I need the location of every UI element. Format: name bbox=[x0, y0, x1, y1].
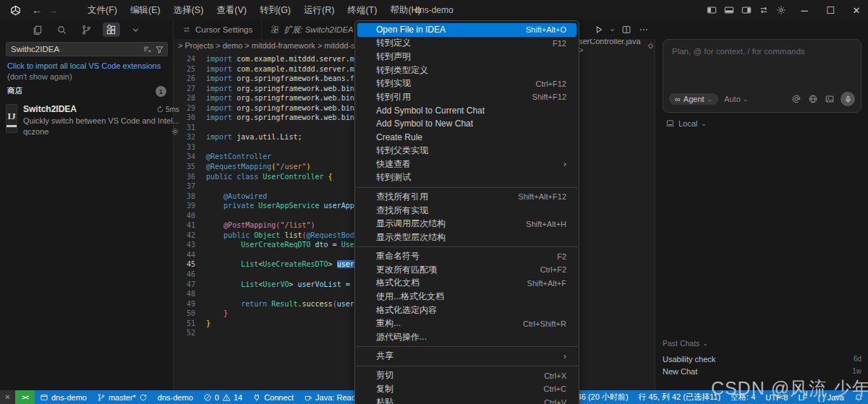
menubar-item-1[interactable]: 编辑(E) bbox=[124, 1, 167, 20]
statusbar-left-item-4[interactable]: Connect bbox=[247, 390, 299, 404]
menu-separator bbox=[356, 246, 578, 247]
context-menu-item-22[interactable]: 格式化选定内容 bbox=[357, 304, 576, 317]
extension-publisher: qczone bbox=[23, 127, 48, 136]
maximize-button[interactable]: ☐ bbox=[819, 0, 842, 20]
line-number: 40 bbox=[174, 211, 195, 221]
past-chat-item-0[interactable]: Usability check6d bbox=[663, 353, 861, 365]
menu-bar: 文件(F)编辑(E)选择(S)查看(V)转到(G)运行(R)终端(T)帮助(H) bbox=[81, 1, 427, 20]
editor-tab-0[interactable]: Cursor Settings bbox=[174, 20, 262, 39]
past-chats-header[interactable]: Past Chats ⌄ bbox=[663, 339, 861, 348]
context-menu-item-30[interactable]: 粘贴Ctrl+V bbox=[357, 395, 576, 404]
more-views-chevron-icon[interactable] bbox=[127, 22, 145, 37]
error-icon bbox=[203, 393, 212, 402]
search-value: Swithc2IDEA bbox=[11, 45, 59, 53]
context-menu-item-20[interactable]: 格式化文档Shift+Alt+F bbox=[357, 277, 576, 291]
close-button[interactable]: ✕ bbox=[845, 0, 868, 20]
menubar-item-3[interactable]: 查看(V) bbox=[210, 1, 253, 20]
statusbar-left-item-2[interactable]: dns-demo bbox=[153, 390, 198, 404]
back-arrow-icon[interactable]: ← bbox=[29, 4, 45, 16]
attach-image-icon[interactable] bbox=[824, 94, 835, 105]
context-menu-item-8[interactable]: Create Rule bbox=[357, 131, 576, 145]
clear-search-results-icon[interactable] bbox=[142, 45, 152, 54]
context-menu-item-4[interactable]: 转到实现Ctrl+F12 bbox=[357, 77, 576, 90]
window-title: dns-demo bbox=[414, 5, 453, 15]
ext-tab-icon bbox=[271, 25, 279, 34]
context-menu-item-5[interactable]: 转到引用Shift+F12 bbox=[357, 90, 576, 104]
minimize-button[interactable]: ─ bbox=[793, 0, 816, 20]
context-menu-item-16[interactable]: 显示类型层次结构 bbox=[357, 231, 576, 244]
import-extensions-link[interactable]: Click to import all local VS Code extens… bbox=[7, 61, 161, 70]
toggle-panel-left-icon[interactable] bbox=[704, 2, 720, 18]
context-menu-item-23[interactable]: 重构...Ctrl+Shift+R bbox=[357, 317, 576, 330]
split-editor-icon[interactable] bbox=[619, 22, 634, 37]
statusbar-left-item-3[interactable]: 014 bbox=[198, 390, 247, 404]
context-menu-item-3[interactable]: 转到类型定义 bbox=[357, 64, 576, 77]
context-menu-item-1[interactable]: 转到定义F12 bbox=[357, 37, 576, 51]
mention-at-icon[interactable] bbox=[791, 94, 801, 105]
extensions-search-input[interactable]: Swithc2IDEA bbox=[6, 42, 168, 56]
branch-icon bbox=[97, 393, 106, 402]
import-note-suffix: (don't show again) bbox=[7, 72, 72, 81]
context-menu-item-6[interactable]: Add Symbol to Current Chat bbox=[357, 104, 576, 118]
editor-context-menu: Open File in IDEAShift+Alt+O转到定义F12转到声明转… bbox=[354, 20, 579, 404]
context-menu-item-19[interactable]: 更改所有匹配项Ctrl+F2 bbox=[357, 263, 576, 277]
context-menu-item-2[interactable]: 转到声明 bbox=[357, 50, 576, 64]
model-selector[interactable]: Auto ⌄ bbox=[724, 95, 748, 103]
menubar-item-6[interactable]: 终端(T) bbox=[341, 1, 383, 20]
context-menu-item-11[interactable]: 转到测试 bbox=[357, 171, 576, 185]
context-menu-item-24[interactable]: 源代码操作... bbox=[357, 330, 576, 344]
more-actions-icon[interactable] bbox=[637, 22, 651, 37]
layout-swap-icon[interactable] bbox=[756, 2, 772, 18]
run-file-icon[interactable] bbox=[592, 22, 606, 37]
context-menu-item-10[interactable]: 快速查看› bbox=[357, 158, 576, 171]
statusbar-left-item-1[interactable]: master* bbox=[92, 390, 153, 404]
application-window: ← → 文件(F)编辑(E)选择(S)查看(V)转到(G)运行(R)终端(T)帮… bbox=[0, 0, 868, 404]
extensions-icon[interactable] bbox=[103, 22, 120, 37]
import-extensions-note: Click to import all local VS Code extens… bbox=[7, 61, 168, 82]
context-menu-item-28[interactable]: 剪切Ctrl+X bbox=[357, 369, 576, 382]
menubar-item-4[interactable]: 转到(G) bbox=[253, 1, 297, 20]
sync-icon bbox=[139, 393, 148, 402]
run-options-chevron-icon[interactable] bbox=[609, 23, 616, 36]
menubar-item-2[interactable]: 选择(S) bbox=[167, 1, 210, 20]
coffee-icon bbox=[304, 393, 312, 402]
context-menu-item-29[interactable]: 复制Ctrl+C bbox=[357, 382, 576, 396]
search-icon[interactable] bbox=[54, 22, 71, 37]
context-menu-item-13[interactable]: 查找所有引用Shift+Alt+F12 bbox=[357, 190, 576, 204]
context-menu-item-26[interactable]: 共享› bbox=[357, 350, 576, 364]
menubar-item-0[interactable]: 文件(F) bbox=[81, 1, 124, 20]
past-chat-item-1[interactable]: New Chat1w bbox=[663, 365, 861, 377]
remote-indicator[interactable]: >< bbox=[15, 390, 35, 404]
extension-activation-time: 5ms bbox=[156, 106, 179, 113]
explorer-icon[interactable] bbox=[29, 22, 46, 37]
line-number: 41 bbox=[174, 220, 195, 231]
voice-mic-button[interactable] bbox=[841, 92, 855, 106]
context-menu-item-14[interactable]: 查找所有实现 bbox=[357, 204, 576, 218]
context-menu-item-15[interactable]: 显示调用层次结构Shift+Alt+H bbox=[357, 217, 576, 231]
extension-gear-icon[interactable] bbox=[171, 127, 179, 136]
toggle-panel-right-icon[interactable] bbox=[739, 2, 754, 18]
agent-mode-selector[interactable]: ∞ Agent ⌄ bbox=[669, 93, 718, 105]
toggle-panel-bottom-icon[interactable] bbox=[721, 2, 737, 18]
context-menu-item-0[interactable]: Open File in IDEAShift+Alt+O bbox=[357, 23, 576, 37]
extension-logo: IJ bbox=[6, 104, 17, 133]
settings-gear-icon[interactable] bbox=[773, 2, 789, 18]
class-symbol-icon bbox=[647, 42, 655, 50]
marketplace-section-header[interactable]: 商店 1 bbox=[0, 84, 174, 98]
chat-input-box[interactable]: Plan, @ for context, / for commands ∞ Ag… bbox=[663, 39, 861, 113]
breadcrumb-file-fragment[interactable]: serController.java > bbox=[579, 39, 655, 52]
context-menu-item-7[interactable]: Add Symbol to New Chat bbox=[357, 117, 576, 131]
menubar-item-5[interactable]: 运行(R) bbox=[297, 1, 341, 20]
statusbar-left-item-0[interactable]: dns-demo bbox=[35, 390, 92, 404]
local-environment-selector[interactable]: Local ⌄ bbox=[665, 119, 707, 128]
extension-list-item[interactable]: IJ Switch2IDEA 5ms Quickly switch betwee… bbox=[0, 100, 174, 145]
context-menu-item-9[interactable]: 转到父类实现 bbox=[357, 144, 576, 158]
context-menu-item-21[interactable]: 使用...格式化文档 bbox=[357, 290, 576, 304]
web-globe-icon[interactable] bbox=[807, 94, 818, 105]
line-number: 51 bbox=[174, 319, 195, 329]
context-menu-item-18[interactable]: 重命名符号F2 bbox=[357, 250, 576, 264]
filter-icon[interactable] bbox=[155, 45, 164, 54]
forward-arrow-icon[interactable]: → bbox=[45, 4, 61, 16]
editor-tab-1[interactable]: 扩展: Switch2IDEA bbox=[262, 20, 363, 39]
source-control-icon[interactable] bbox=[78, 22, 95, 37]
